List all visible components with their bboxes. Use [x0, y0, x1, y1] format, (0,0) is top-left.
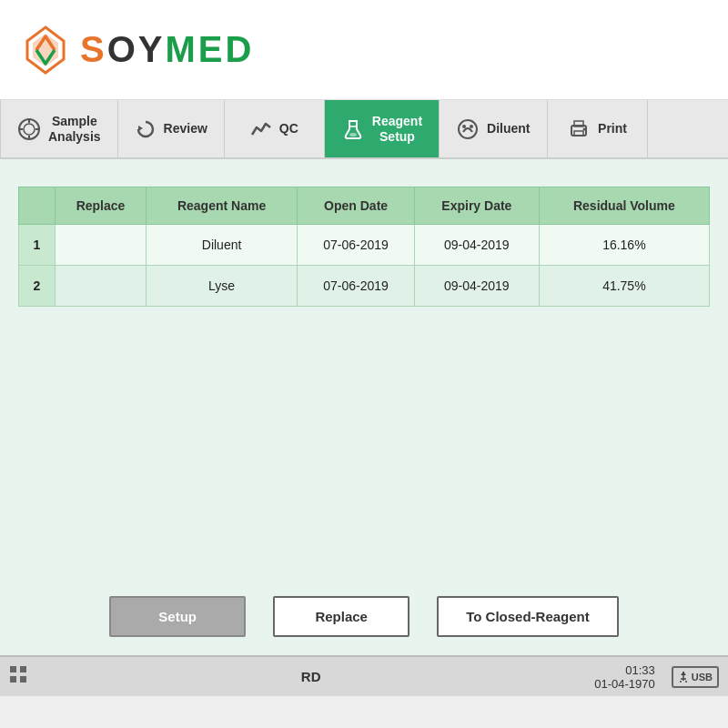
table-row[interactable]: 2 Lyse 07-06-2019 09-04-2019 41.75%: [19, 266, 710, 307]
grid-icon[interactable]: [9, 665, 27, 688]
row-1-expiry-date: 09-04-2019: [415, 225, 540, 266]
sample-analysis-icon: [17, 117, 41, 141]
row-1-name: Diluent: [147, 225, 298, 266]
tab-qc-label: QC: [279, 121, 298, 136]
tab-print-label: Print: [598, 121, 627, 136]
usb-label: USB: [692, 672, 713, 682]
header: SOYMED: [0, 0, 728, 100]
status-rd-label: RD: [274, 669, 349, 684]
tab-review[interactable]: Review: [118, 100, 225, 157]
svg-marker-8: [138, 126, 143, 131]
logo-icon: [18, 23, 73, 77]
svg-rect-19: [20, 666, 26, 672]
col-header-residual: Residual Volume: [539, 187, 709, 225]
action-buttons: Setup Replace To Closed-Reagent: [18, 578, 710, 637]
reagent-table: Replace Reagent Name Open Date Expiry Da…: [18, 187, 710, 307]
col-header-replace: Replace: [56, 187, 147, 225]
setup-button[interactable]: Setup: [109, 596, 246, 637]
col-header-name: Reagent Name: [147, 187, 298, 225]
row-2-expiry-date: 09-04-2019: [415, 266, 540, 307]
svg-point-10: [349, 133, 357, 136]
row-1-open-date: 07-06-2019: [298, 225, 415, 266]
svg-point-3: [24, 124, 35, 135]
row-1-residual: 16.16%: [539, 225, 709, 266]
status-right: 01:33 01-04-1970 USB: [585, 663, 719, 691]
to-closed-reagent-button[interactable]: To Closed-Reagent: [437, 596, 619, 637]
row-1-num: 1: [19, 225, 56, 266]
row-2-open-date: 07-06-2019: [298, 266, 415, 307]
qc-icon: [250, 118, 272, 140]
col-header-num: [19, 187, 56, 225]
status-time: 01:33 01-04-1970: [585, 663, 664, 691]
status-date-value: 01-04-1970: [594, 677, 655, 691]
tab-sample-analysis[interactable]: Sample Analysis: [0, 100, 118, 157]
tab-qc[interactable]: QC: [225, 100, 325, 157]
tab-print[interactable]: Print: [548, 100, 648, 157]
usb-indicator: USB: [672, 666, 719, 688]
print-icon: [567, 117, 591, 141]
row-2-name: Lyse: [147, 266, 298, 307]
logo-wordmark: SOYMED: [80, 29, 254, 70]
tab-diluent[interactable]: Diluent: [440, 100, 547, 157]
tab-review-label: Review: [164, 121, 207, 136]
svg-marker-23: [681, 672, 686, 675]
tab-sample-analysis-label: Sample Analysis: [48, 114, 101, 145]
tab-diluent-label: Diluent: [487, 121, 530, 136]
status-time-value: 01:33: [625, 663, 655, 677]
diluent-icon: [456, 117, 480, 141]
row-2-residual: 41.75%: [539, 266, 709, 307]
replace-button[interactable]: Replace: [273, 596, 410, 637]
logo: SOYMED: [18, 23, 254, 77]
svg-rect-16: [574, 131, 583, 136]
row-1-replace: [56, 225, 147, 266]
review-icon: [135, 118, 157, 140]
svg-point-12: [462, 125, 466, 128]
main-content: Replace Reagent Name Open Date Expiry Da…: [0, 159, 728, 655]
svg-point-17: [583, 127, 586, 130]
svg-rect-20: [10, 676, 16, 682]
col-header-open-date: Open Date: [298, 187, 415, 225]
row-2-replace: [56, 266, 147, 307]
status-bar: RD 01:33 01-04-1970 USB: [0, 655, 728, 696]
svg-rect-21: [20, 676, 26, 682]
reagent-setup-icon: [341, 117, 365, 141]
navigation: Sample Analysis Review QC Reagent Setup: [0, 100, 728, 159]
svg-point-13: [470, 125, 473, 128]
col-header-expiry-date: Expiry Date: [415, 187, 540, 225]
row-2-num: 2: [19, 266, 56, 307]
tab-reagent-setup-label: Reagent Setup: [372, 114, 422, 145]
tab-reagent-setup[interactable]: Reagent Setup: [325, 100, 440, 157]
svg-rect-18: [10, 666, 16, 672]
table-row[interactable]: 1 Diluent 07-06-2019 09-04-2019 16.16%: [19, 225, 710, 266]
